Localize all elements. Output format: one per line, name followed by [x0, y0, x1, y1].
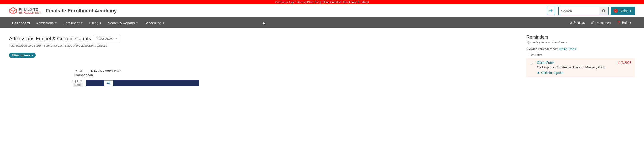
nav-admissions-label: Admissions [36, 21, 54, 25]
nav-resources-label: Resources [596, 21, 610, 25]
chevron-down-icon: ▼ [55, 22, 57, 24]
reminders-title: Reminders [526, 34, 635, 40]
nav-admissions[interactable]: Admissions▼ [33, 18, 60, 28]
logo-text: FINALSITE ENROLLMENT [19, 8, 42, 14]
logo-line2: ENROLLMENT [19, 11, 42, 14]
reminder-text: Call Agatha Christie back about Mystery … [537, 65, 631, 69]
main-nav: Dashboard Admissions▼ Enrollment▼ Billin… [0, 18, 644, 28]
main-content: Admissions Funnel & Current Counts 2023-… [0, 28, 644, 93]
filter-options-label: Filter options [12, 54, 30, 57]
chevron-down-icon: ▼ [100, 22, 102, 24]
reminders-subtitle: Upcoming tasks and reminders [526, 41, 635, 44]
reminder-contact-name: Christie, Agatha [541, 71, 564, 74]
chevron-down-icon: ▼ [81, 22, 83, 24]
chevron-down-icon: ▼ [115, 37, 117, 40]
funnel-stage-pct: 100% [72, 83, 83, 87]
funnel-subtitle: Total numbers and current counts for eac… [9, 44, 517, 47]
gear-icon: ⚙ [570, 21, 572, 24]
reminder-date: 11/1/2023 [617, 61, 631, 64]
site-title: Finalsite Enrollment Academy [46, 8, 117, 14]
reminder-contact-link[interactable]: Christie, Agatha [537, 71, 631, 74]
yield-comparison-label: Yield Comparison [9, 69, 90, 77]
reminders-panel: Reminders Upcoming tasks and reminders V… [526, 34, 635, 77]
nav-help-label: Help [622, 21, 628, 24]
filter-options-button[interactable]: Filter options › [9, 53, 36, 58]
funnel-title: Admissions Funnel & Current Counts [9, 36, 91, 42]
user-menu-button[interactable]: 7 Claire ▼ [610, 6, 635, 15]
nav-settings[interactable]: ⚙Settings [566, 21, 588, 24]
chevron-down-icon: ▼ [630, 22, 632, 24]
funnel-stage-label: INQUIRY [9, 80, 83, 83]
add-button[interactable] [547, 6, 555, 15]
svg-point-1 [602, 10, 605, 12]
logo-line1: FINALSITE [19, 8, 42, 11]
reminders-viewing-for: Viewing reminders for: Claire Frank [526, 47, 635, 51]
chevron-down-icon: ▼ [162, 22, 164, 24]
search-bar [558, 6, 609, 15]
chevron-down-icon: ▼ [136, 22, 138, 24]
chevron-right-icon: › [32, 54, 32, 57]
reminder-item[interactable]: ✓ Claire Frank 11/1/2023 Call Agatha Chr… [526, 58, 635, 77]
year-select-value: 2023-2024 [96, 36, 113, 40]
funnel-panel: Admissions Funnel & Current Counts 2023-… [9, 34, 517, 87]
funnel-count[interactable]: 42 [104, 80, 113, 86]
nav-billing-label: Billing [89, 21, 98, 25]
svg-point-3 [538, 72, 539, 73]
search-icon [602, 9, 606, 13]
funnel-chart: Yield Comparison Totals for 2023-2024 IN… [9, 69, 517, 87]
person-icon [537, 72, 540, 74]
nav-enrollment-label: Enrollment [63, 21, 80, 25]
chevron-down-icon: ▼ [630, 10, 632, 12]
nav-dashboard[interactable]: Dashboard [9, 18, 33, 28]
info-icon: ⓘ [591, 21, 594, 25]
nav-help[interactable]: ❓Help▼ [614, 21, 635, 24]
nav-billing[interactable]: Billing▼ [86, 18, 105, 28]
funnel-row-inquiry: INQUIRY 100% 42 [9, 80, 517, 87]
totals-label: Totals for 2023-2024 [90, 69, 122, 77]
nav-search-reports-label: Search & Reports [108, 21, 135, 25]
check-icon[interactable]: ✓ [530, 62, 534, 67]
logo[interactable]: FINALSITE ENROLLMENT [9, 7, 42, 15]
nav-scheduling-label: Scheduling [144, 21, 161, 25]
yield-bar [86, 80, 104, 86]
nav-settings-label: Settings [574, 21, 585, 24]
nav-resources[interactable]: ⓘResources [588, 21, 614, 25]
year-select[interactable]: 2023-2024 ▼ [94, 34, 120, 42]
top-banner: Customer Type: Demo | Plan: Pro | Billin… [0, 0, 644, 4]
reminder-owner-link[interactable]: Claire Frank [537, 61, 554, 64]
notification-badge: 7 [614, 9, 618, 13]
overdue-label: Overdue [526, 53, 635, 57]
viewing-prefix: Viewing reminders for: [526, 47, 559, 51]
viewing-user-link[interactable]: Claire Frank [559, 47, 576, 51]
total-bar [113, 80, 199, 86]
header: FINALSITE ENROLLMENT Finalsite Enrollmen… [0, 4, 644, 18]
help-icon: ❓ [617, 21, 621, 24]
plus-icon [549, 9, 553, 13]
search-button[interactable] [599, 7, 608, 15]
search-input[interactable] [558, 7, 599, 15]
user-name: Claire [620, 9, 628, 13]
nav-scheduling[interactable]: Scheduling▼ [141, 18, 168, 28]
nav-enrollment[interactable]: Enrollment▼ [60, 18, 86, 28]
logo-icon [9, 7, 17, 15]
nav-search-reports[interactable]: Search & Reports▼ [105, 18, 141, 28]
svg-line-2 [604, 12, 605, 12]
